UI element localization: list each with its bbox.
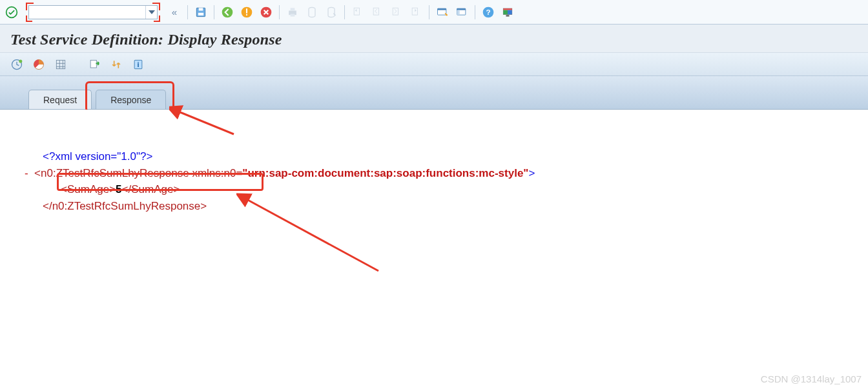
svg-rect-2	[199, 8, 203, 10]
app-toolbar: i	[0, 53, 868, 76]
tab-request[interactable]: Request	[28, 90, 92, 109]
svg-rect-23	[503, 8, 512, 10]
tab-label: Response	[110, 95, 151, 105]
find-next-icon[interactable]	[324, 5, 339, 19]
svg-rect-18	[457, 8, 466, 10]
svg-text:i: i	[137, 61, 139, 68]
grid-icon[interactable]	[53, 57, 68, 72]
svg-rect-15	[438, 8, 446, 10]
tab-label: Request	[43, 95, 77, 105]
transaction-code-combo[interactable]	[28, 5, 158, 19]
xml-declaration: <?xml version="1.0"?>	[25, 148, 847, 165]
svg-rect-24	[503, 10, 508, 14]
cancel-icon[interactable]	[258, 5, 274, 19]
system-toolbar: « ?	[0, 0, 868, 25]
title-bar: Test Service Definition: Display Respons…	[0, 25, 868, 53]
help-icon[interactable]: ?	[480, 5, 496, 19]
customize-icon[interactable]	[500, 5, 515, 19]
pie-icon[interactable]	[31, 57, 46, 72]
enter-icon[interactable]	[4, 5, 19, 19]
first-page-icon[interactable]	[350, 5, 366, 19]
svg-line-34	[177, 111, 234, 134]
print-icon[interactable]	[285, 5, 300, 19]
toolbar-separator	[429, 5, 429, 19]
info-icon[interactable]: i	[130, 57, 146, 72]
watermark: CSDN @1314lay_1007	[761, 373, 862, 384]
export-icon[interactable]	[87, 57, 102, 72]
page-title: Test Service Definition: Display Respons…	[10, 31, 858, 48]
svg-rect-8	[291, 8, 295, 10]
tab-strip: Request Response	[0, 76, 868, 110]
xml-root-close: </n0:ZTestRfcSumLhyResponse>	[25, 198, 847, 215]
clock-icon[interactable]	[9, 57, 25, 72]
svg-rect-9	[291, 14, 295, 16]
svg-rect-25	[508, 10, 512, 14]
new-session-icon[interactable]	[435, 5, 450, 19]
xml-sumage: <SumAge>5</SumAge>	[25, 181, 847, 198]
xml-viewer: <?xml version="1.0"?> - <n0:ZTestRfcSumL…	[0, 110, 868, 374]
sort-icon[interactable]	[108, 57, 124, 72]
xml-root-open: - <n0:ZTestRfcSumLhyResponse xmlns:n0="u…	[25, 165, 847, 182]
last-page-icon[interactable]	[408, 5, 424, 19]
toolbar-separator	[475, 5, 475, 19]
svg-point-16	[446, 14, 448, 15]
transaction-code-wrapper	[26, 3, 160, 22]
tab-response[interactable]: Response	[96, 90, 166, 109]
find-icon[interactable]	[304, 5, 320, 19]
toolbar-separator	[187, 5, 188, 19]
exit-icon[interactable]	[239, 5, 254, 19]
svg-rect-11	[373, 8, 378, 15]
svg-rect-3	[198, 12, 203, 15]
svg-rect-26	[506, 15, 510, 16]
next-page-icon[interactable]	[389, 5, 404, 19]
svg-rect-19	[457, 10, 460, 15]
svg-text:?: ?	[486, 8, 490, 16]
svg-point-0	[6, 6, 17, 17]
prev-page-icon[interactable]	[369, 5, 385, 19]
toolbar-separator	[279, 5, 280, 19]
toolbar-separator	[344, 5, 345, 19]
svg-point-4	[222, 6, 233, 17]
svg-point-28	[19, 59, 22, 63]
save-icon[interactable]	[193, 5, 209, 19]
back-icon[interactable]	[220, 5, 235, 19]
layout-icon[interactable]	[454, 5, 470, 19]
toolbar-separator	[214, 5, 214, 19]
collapse-icon[interactable]: «	[167, 5, 182, 19]
svg-rect-12	[393, 8, 398, 15]
svg-rect-31	[90, 60, 96, 68]
svg-rect-30	[56, 60, 65, 68]
transaction-code-input[interactable]	[29, 6, 145, 19]
svg-rect-10	[354, 8, 359, 15]
